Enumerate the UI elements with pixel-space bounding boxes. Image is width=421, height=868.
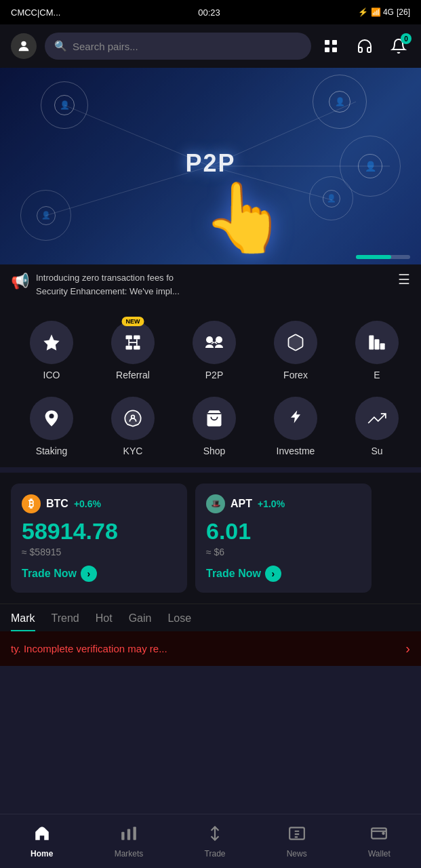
p2p-icon bbox=[193, 321, 236, 364]
apt-trade-label: Trade Now bbox=[206, 568, 261, 580]
market-tabs: Mark Trend Hot Gain Lose bbox=[0, 604, 421, 631]
ico-label: ICO bbox=[43, 370, 60, 380]
tab-losers[interactable]: Lose bbox=[167, 612, 191, 631]
btc-coin-icon: ₿ bbox=[22, 494, 41, 513]
status-icons: ⚡ 📶 4G [26] bbox=[358, 7, 410, 17]
search-bar[interactable]: 🔍 Search pairs... bbox=[45, 33, 311, 60]
feature-shop[interactable]: Shop bbox=[174, 391, 255, 462]
notification-icon-button[interactable]: 0 bbox=[387, 35, 410, 58]
svg-point-17 bbox=[206, 336, 213, 343]
svg-rect-1 bbox=[325, 40, 329, 45]
wallet-label: Wallet bbox=[368, 849, 390, 859]
btc-trade-btn[interactable]: Trade Now › bbox=[22, 566, 176, 582]
trade-label: Trade bbox=[205, 849, 226, 859]
home-label: Home bbox=[31, 849, 53, 859]
apt-trade-btn[interactable]: Trade Now › bbox=[206, 566, 361, 582]
tab-gainers[interactable]: Gain bbox=[129, 612, 152, 631]
market-cards: ₿ BTC +0.6% 58914.78 ≈ $58915 Trade Now … bbox=[0, 473, 421, 604]
investment-label: Investme bbox=[277, 446, 315, 456]
shop-label: Shop bbox=[203, 446, 226, 456]
hero-progress bbox=[356, 255, 410, 259]
svg-rect-25 bbox=[121, 831, 124, 840]
header: 🔍 Search pairs... 0 bbox=[0, 24, 421, 68]
svg-rect-4 bbox=[332, 47, 337, 52]
home-icon bbox=[33, 825, 51, 846]
battery-icon: [26] bbox=[397, 7, 410, 17]
feature-staking[interactable]: Staking bbox=[11, 391, 92, 462]
apt-trade-arrow: › bbox=[265, 566, 281, 582]
btc-price: 58914.78 bbox=[22, 519, 176, 544]
shop-icon bbox=[193, 397, 236, 440]
announcement-bar[interactable]: 📢 Introducing zero transaction fees fo S… bbox=[0, 264, 421, 304]
btc-trade-arrow: › bbox=[81, 566, 97, 582]
referral-label: Referral bbox=[116, 370, 150, 380]
svg-rect-3 bbox=[325, 47, 329, 52]
investment-icon bbox=[274, 397, 317, 440]
feature-investment[interactable]: Investme bbox=[255, 391, 336, 462]
btc-card[interactable]: ₿ BTC +0.6% 58914.78 ≈ $58915 Trade Now … bbox=[11, 484, 187, 593]
btc-trade-label: Trade Now bbox=[22, 568, 77, 580]
feature-referral[interactable]: NEW Referral bbox=[92, 315, 174, 386]
ico-icon bbox=[30, 321, 73, 364]
svg-rect-11 bbox=[134, 336, 140, 340]
svg-point-0 bbox=[21, 41, 26, 46]
menu-icon[interactable]: ☰ bbox=[398, 271, 410, 288]
apt-usd: ≈ $6 bbox=[206, 547, 361, 557]
nav-news[interactable]: News bbox=[276, 819, 318, 864]
feature-ico[interactable]: ICO bbox=[11, 315, 92, 386]
feature-forex[interactable]: Forex bbox=[255, 315, 336, 386]
forex-icon bbox=[274, 321, 317, 364]
tab-trending[interactable]: Trend bbox=[52, 612, 79, 631]
signal-icons: 📶 4G bbox=[371, 7, 394, 17]
svg-point-22 bbox=[49, 414, 54, 418]
feature-p2p[interactable]: P2P bbox=[174, 315, 255, 386]
time-text: 00:23 bbox=[198, 7, 220, 18]
features-row-1: ICO NEW Referral bbox=[0, 315, 421, 386]
apt-price: 6.01 bbox=[206, 519, 361, 544]
kyc-icon bbox=[111, 397, 155, 440]
su-label: Su bbox=[371, 446, 382, 456]
bottom-nav: Home Markets Trade News bbox=[0, 814, 421, 868]
svg-rect-2 bbox=[332, 40, 337, 45]
feature-su[interactable]: Su bbox=[336, 391, 418, 462]
markets-icon bbox=[120, 825, 138, 846]
avatar[interactable] bbox=[11, 33, 37, 59]
svg-rect-12 bbox=[126, 346, 132, 350]
carrier-text: CMCC|CM... bbox=[11, 7, 60, 18]
search-icon: 🔍 bbox=[54, 40, 67, 52]
staking-icon bbox=[30, 397, 73, 440]
tab-hot[interactable]: Hot bbox=[96, 612, 113, 631]
btc-usd: ≈ $58915 bbox=[22, 547, 176, 557]
svg-rect-13 bbox=[134, 346, 140, 350]
trade-icon bbox=[206, 825, 224, 846]
nav-home[interactable]: Home bbox=[20, 819, 64, 864]
svg-rect-27 bbox=[134, 827, 136, 840]
wallet-icon bbox=[370, 825, 388, 846]
p2p-label: P2P bbox=[205, 370, 223, 380]
nav-wallet[interactable]: Wallet bbox=[357, 819, 401, 864]
referral-icon-wrap: NEW bbox=[111, 321, 155, 364]
svg-rect-21 bbox=[380, 343, 385, 349]
nav-trade[interactable]: Trade bbox=[194, 819, 237, 864]
extra-icon bbox=[355, 321, 399, 364]
btc-name: BTC bbox=[46, 498, 68, 510]
grid-icon-button[interactable] bbox=[319, 35, 342, 58]
apt-card[interactable]: 🎩 APT +1.0% 6.01 ≈ $6 Trade Now › bbox=[195, 484, 372, 593]
svg-rect-20 bbox=[375, 339, 380, 349]
new-badge: NEW bbox=[122, 317, 144, 326]
nav-markets[interactable]: Markets bbox=[104, 819, 155, 864]
headset-icon-button[interactable] bbox=[353, 35, 376, 58]
btc-change: +0.6% bbox=[74, 498, 101, 509]
news-label: News bbox=[287, 849, 307, 859]
verification-banner[interactable]: ty. Incomplete verification may re... › bbox=[0, 631, 421, 666]
feature-kyc[interactable]: KYC bbox=[92, 391, 174, 462]
hero-banner: 👤 👤 👤 👤 👤 P2P 👆 bbox=[0, 68, 421, 264]
header-icons: 0 bbox=[319, 35, 410, 58]
news-icon bbox=[288, 825, 306, 846]
tab-market[interactable]: Mark bbox=[11, 612, 35, 631]
apt-coin-icon: 🎩 bbox=[206, 494, 225, 513]
feature-extra[interactable]: E bbox=[336, 315, 418, 386]
announcement-icon: 📢 bbox=[11, 273, 29, 290]
extra-label: E bbox=[374, 370, 380, 380]
svg-rect-10 bbox=[126, 336, 132, 340]
